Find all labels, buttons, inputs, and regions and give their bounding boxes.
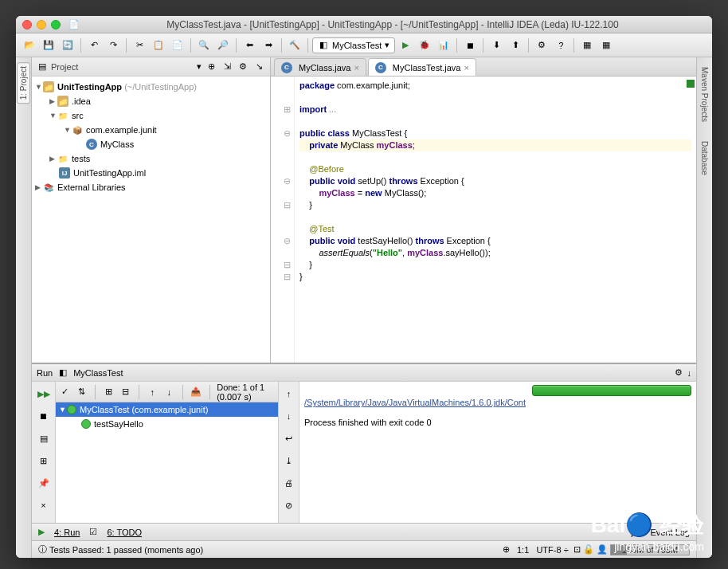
paste-icon[interactable]: 📄 bbox=[169, 37, 186, 54]
sync-icon[interactable]: 🔄 bbox=[59, 37, 76, 54]
todo-icon: ☑ bbox=[89, 527, 97, 537]
run-label: Run bbox=[37, 368, 53, 378]
print-icon[interactable]: 🖨 bbox=[280, 474, 298, 492]
tree-external-libs[interactable]: ▶📚 External Libraries bbox=[32, 180, 270, 194]
run-icon[interactable]: ▶ bbox=[397, 37, 414, 54]
close-tab-icon[interactable]: × bbox=[464, 63, 468, 73]
test-tree[interactable]: ▼ MyClassTest (com.example.junit) testSa… bbox=[56, 402, 278, 523]
test-progress bbox=[532, 385, 691, 396]
status-tests: Tests Passed: 1 passed (moments ago) bbox=[49, 545, 203, 555]
maximize-window[interactable] bbox=[51, 20, 61, 29]
bottom-todo-tab[interactable]: 6: TODO bbox=[107, 528, 142, 537]
stop-icon[interactable]: ⏹ bbox=[35, 407, 53, 425]
pin-icon[interactable]: 📌 bbox=[35, 474, 53, 492]
forward-icon[interactable]: ➡ bbox=[260, 37, 277, 54]
code-content[interactable]: package com.example.junit; import ... pu… bbox=[295, 77, 696, 363]
build-icon[interactable]: 🔨 bbox=[286, 37, 303, 54]
code-editor[interactable]: ⊞ ⊖ ⊖ ⊟ ⊖ ⊟⊟ package com.example.junit; … bbox=[271, 77, 696, 363]
stop-icon[interactable]: ⏹ bbox=[461, 37, 479, 54]
save-all-icon[interactable]: 💾 bbox=[40, 37, 57, 54]
bottom-run-tab[interactable]: 4: Run bbox=[54, 528, 80, 537]
redo-icon[interactable]: ↷ bbox=[104, 37, 122, 54]
hide-passed-icon[interactable]: ✓ bbox=[59, 383, 71, 401]
junit-icon: ◧ bbox=[318, 40, 329, 51]
prev-icon[interactable]: ↑ bbox=[147, 383, 159, 401]
tree-tests[interactable]: ▶📁 tests bbox=[32, 151, 270, 166]
open-icon[interactable]: 📂 bbox=[21, 37, 38, 54]
tab-myclass[interactable]: C MyClass.java × bbox=[274, 58, 366, 76]
tree-root[interactable]: ▼📁 UnitTestingApp (~/UnitTestingApp) bbox=[32, 80, 270, 94]
close-window[interactable] bbox=[22, 20, 32, 29]
find-icon[interactable]: 🔍 bbox=[195, 37, 213, 54]
scroll-from-source-icon[interactable]: ⊕ bbox=[205, 61, 217, 73]
database-tool-tab[interactable]: Database bbox=[699, 138, 710, 179]
pass-icon bbox=[67, 405, 76, 414]
gear-icon[interactable]: ⚙ bbox=[675, 367, 683, 378]
debug-icon[interactable]: 🐞 bbox=[416, 37, 433, 54]
status-message-icon: ⓘ bbox=[38, 543, 47, 555]
cut-icon[interactable]: ✂ bbox=[131, 37, 148, 54]
replace-icon[interactable]: 🔎 bbox=[214, 37, 232, 54]
cursor-pos[interactable]: 1:1 bbox=[517, 545, 529, 555]
help-icon[interactable]: ? bbox=[552, 37, 569, 54]
run-output-area: ↑ ↓ ↩ ⤓ 🖨 ⊘ /System/Library/Java/JavaVir… bbox=[279, 382, 696, 523]
run-panel: Run ◧ MyClassTest ⚙ ↓ ▶▶ ⏹ ▤ ⊞ 📌 × bbox=[32, 363, 696, 523]
close-tab-icon[interactable]: × bbox=[354, 63, 358, 73]
output-exit: Process finished with exit code 0 bbox=[304, 418, 691, 427]
test-class-row[interactable]: ▼ MyClassTest (com.example.junit) bbox=[56, 402, 278, 417]
collapse-icon[interactable]: ⊟ bbox=[119, 383, 131, 401]
tree-package[interactable]: ▼📦 com.example.junit bbox=[32, 123, 270, 137]
project-tree[interactable]: ▼📁 UnitTestingApp (~/UnitTestingApp) ▶📁 … bbox=[32, 77, 270, 363]
close-run-icon[interactable]: × bbox=[35, 496, 53, 514]
project-tool-tab[interactable]: 1: Project bbox=[17, 62, 30, 104]
vcs-update-icon[interactable]: ⬇ bbox=[487, 37, 505, 54]
tree-src[interactable]: ▼📁 src bbox=[32, 108, 270, 123]
tree-idea[interactable]: ▶📁 .idea bbox=[32, 94, 270, 108]
combo-arrow-icon[interactable]: ▾ bbox=[197, 61, 202, 72]
insert-icon[interactable]: ⊡ bbox=[573, 544, 581, 555]
run-play-icon: ▶ bbox=[38, 527, 45, 537]
console-output[interactable]: /System/Library/Java/JavaVirtualMachines… bbox=[299, 382, 696, 523]
class-icon: C bbox=[281, 62, 292, 73]
ide-window: 📄 MyClassTest.java - [UnitTestingApp] - … bbox=[16, 16, 712, 558]
copy-icon[interactable]: 📋 bbox=[150, 37, 167, 54]
clear-icon[interactable]: ⊘ bbox=[280, 496, 298, 514]
back-icon[interactable]: ⬅ bbox=[241, 37, 258, 54]
settings-icon[interactable]: ⚙ bbox=[533, 37, 550, 54]
next-icon[interactable]: ↓ bbox=[163, 383, 175, 401]
collapse-all-icon[interactable]: ⇲ bbox=[221, 61, 233, 73]
inspection-marker[interactable] bbox=[687, 80, 695, 88]
sort-icon[interactable]: ⇅ bbox=[76, 383, 88, 401]
encoding[interactable]: UTF-8 bbox=[536, 545, 561, 555]
down-trace-icon[interactable]: ↓ bbox=[280, 407, 298, 425]
tree-class[interactable]: C MyClass bbox=[32, 137, 270, 151]
dump-icon[interactable]: ▤ bbox=[35, 430, 53, 447]
editor-area: C MyClass.java × C MyClassTest.java × ⊞ bbox=[271, 57, 696, 363]
wrap-icon[interactable]: ↩ bbox=[280, 430, 298, 447]
run-config-combo[interactable]: ◧ MyClassTest ▾ bbox=[312, 37, 395, 53]
project-header-label: Project bbox=[51, 62, 194, 72]
traffic-lights bbox=[22, 20, 61, 29]
up-trace-icon[interactable]: ↑ bbox=[280, 385, 298, 402]
minimize-window[interactable] bbox=[37, 20, 46, 29]
expand-icon[interactable]: ⊞ bbox=[103, 383, 115, 401]
tree-iml[interactable]: IJ UnitTestingApp.iml bbox=[32, 166, 270, 180]
bg-tasks-icon[interactable]: ⊕ bbox=[503, 544, 510, 555]
export-icon[interactable]: 📤 bbox=[190, 383, 202, 401]
restore-layout-icon[interactable]: ⊞ bbox=[35, 452, 53, 469]
coverage-icon[interactable]: 📊 bbox=[435, 37, 452, 54]
project-structure-icon[interactable]: ▦ bbox=[578, 37, 596, 54]
maven-tool-tab[interactable]: Maven Projects bbox=[699, 64, 710, 125]
vcs-commit-icon[interactable]: ⬆ bbox=[507, 37, 524, 54]
gear-icon[interactable]: ⚙ bbox=[237, 61, 249, 73]
scroll-end-icon[interactable]: ⤓ bbox=[280, 452, 298, 469]
class-icon: C bbox=[375, 62, 386, 73]
sdk-icon[interactable]: ▦ bbox=[597, 37, 615, 54]
hide-icon[interactable]: ↘ bbox=[252, 61, 265, 73]
undo-icon[interactable]: ↶ bbox=[85, 37, 103, 54]
test-method-row[interactable]: testSayHello bbox=[56, 417, 278, 431]
hide-run-icon[interactable]: ↓ bbox=[687, 368, 692, 378]
rerun-icon[interactable]: ▶▶ bbox=[35, 385, 53, 402]
tab-myclasstest[interactable]: C MyClassTest.java × bbox=[368, 58, 476, 76]
window-title: MyClassTest.java - [UnitTestingApp] - Un… bbox=[80, 19, 706, 30]
